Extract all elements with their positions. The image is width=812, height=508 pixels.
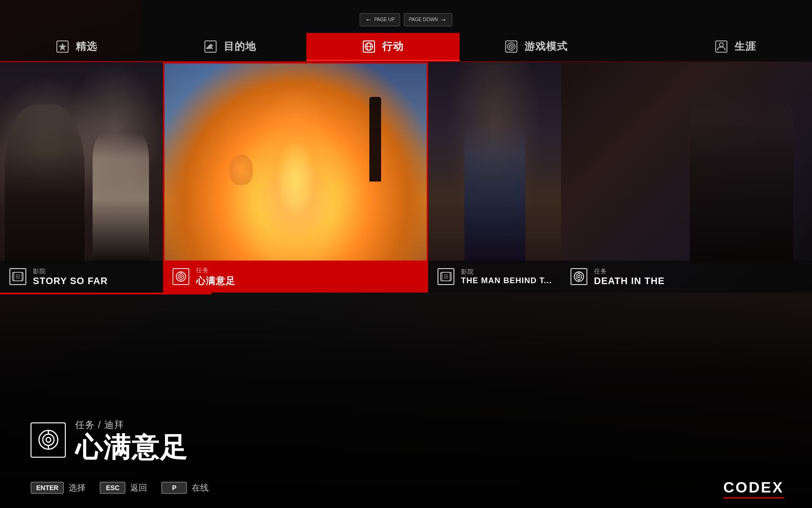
- card-2-title: 心满意足: [196, 275, 235, 287]
- bottom-controls: ENTER 选择 ESC 返回 P 在线: [31, 482, 209, 494]
- figure-silhouette-right: [93, 133, 149, 264]
- control-online: P 在线: [161, 482, 209, 494]
- svg-point-32: [578, 276, 580, 278]
- card-4-text: 任务 DEATH IN THE: [594, 267, 665, 286]
- card-4-type-icon: [570, 268, 587, 285]
- selection-indicator: [0, 293, 211, 294]
- globe-icon: [362, 40, 375, 53]
- svg-point-12: [719, 43, 723, 47]
- svg-rect-25: [441, 272, 443, 281]
- card-2-label: 任务 心满意足: [163, 261, 428, 293]
- card-4-type: 任务: [594, 267, 665, 276]
- left-arrow-icon: ←: [365, 16, 372, 24]
- nav-separator: [0, 61, 812, 62]
- page-up-label: PAGE UP: [374, 17, 395, 23]
- card-story-so-far[interactable]: 影院 STORY SO FAR: [0, 62, 163, 293]
- control-select: ENTER 选择: [31, 482, 86, 494]
- online-label: 在线: [192, 482, 209, 493]
- balloon: [229, 154, 253, 185]
- card-1-image: [0, 62, 163, 293]
- card-3-label: 影院 THE MAN BEHIND T...: [428, 261, 561, 293]
- nav-tabs: 精选 目的地 行动: [0, 0, 812, 61]
- card-3-text: 影院 THE MAN BEHIND T...: [461, 268, 552, 286]
- mission-title-large: 心满意足: [75, 434, 188, 461]
- person-icon: [715, 40, 728, 53]
- tab-featured[interactable]: 精选: [0, 33, 153, 61]
- tab-destinations-label: 目的地: [224, 40, 256, 54]
- back-label: 返回: [130, 482, 147, 493]
- card-death-in-codex[interactable]: 任务 DEATH IN THE: [561, 62, 812, 293]
- codex-label: CODEX: [723, 479, 784, 499]
- tab-actions-label: 行动: [382, 40, 404, 54]
- right-arrow-icon: →: [440, 16, 447, 24]
- card-1-type: 影院: [33, 267, 108, 276]
- card-3-image: [428, 62, 561, 293]
- codex-underline: [723, 497, 784, 499]
- svg-point-31: [576, 274, 582, 279]
- sun-glow: [249, 85, 343, 273]
- svg-rect-15: [21, 272, 23, 281]
- enter-key: ENTER: [31, 482, 64, 494]
- codex-text: CODEX: [723, 479, 784, 496]
- tab-actions[interactable]: 行动: [306, 33, 460, 61]
- card-1-label: 影院 STORY SO FAR: [0, 261, 163, 293]
- card-heart-full[interactable]: 任务 心满意足: [163, 62, 428, 293]
- svg-rect-26: [449, 272, 451, 281]
- svg-rect-14: [13, 272, 15, 281]
- mission-text-block: 任务 / 迪拜 心满意足: [75, 419, 188, 461]
- control-back: ESC 返回: [100, 482, 147, 494]
- man-silhouette: [464, 123, 525, 264]
- tab-featured-label: 精选: [76, 40, 97, 54]
- card-1-title: STORY SO FAR: [33, 276, 108, 286]
- card-4-title: DEATH IN THE: [594, 276, 665, 286]
- svg-point-10: [511, 46, 512, 47]
- select-label: 选择: [69, 482, 86, 493]
- mission-icon-large: [31, 422, 66, 458]
- card-1-text: 影院 STORY SO FAR: [33, 267, 108, 286]
- tab-career[interactable]: 生涯: [659, 33, 812, 61]
- tab-career-label: 生涯: [734, 40, 756, 54]
- svg-point-36: [43, 434, 54, 445]
- bottom-section: [0, 296, 812, 508]
- tab-game-modes[interactable]: 游戏模式: [460, 33, 613, 61]
- tab-destinations[interactable]: 目的地: [153, 33, 306, 61]
- figure-silhouette-left: [5, 104, 85, 264]
- card-2-text: 任务 心满意足: [196, 266, 235, 287]
- card-1-type-icon: [9, 268, 26, 285]
- plane-icon: [204, 40, 217, 53]
- svg-point-20: [178, 274, 184, 279]
- page-navigation: ← PAGE UP PAGE DOWN →: [359, 13, 452, 26]
- card-4-image: [561, 62, 812, 293]
- svg-marker-1: [58, 43, 67, 51]
- cards-container: 影院 STORY SO FAR: [0, 62, 812, 293]
- target-icon: [505, 40, 518, 53]
- svg-point-37: [46, 437, 51, 442]
- page-up-button[interactable]: ← PAGE UP: [359, 13, 400, 26]
- card-2-type: 任务: [196, 266, 235, 275]
- card-2-image: [163, 62, 428, 293]
- standing-figure: [369, 97, 381, 182]
- nav-bar: ← PAGE UP PAGE DOWN → 精选: [0, 0, 812, 61]
- esc-key: ESC: [100, 482, 125, 494]
- card-2-type-icon: [172, 268, 189, 285]
- card-3-type-icon: [437, 268, 454, 285]
- card-3-type: 影院: [461, 268, 552, 276]
- card-4-label: 任务 DEATH IN THE: [561, 261, 812, 293]
- card-3-title: THE MAN BEHIND T...: [461, 276, 552, 286]
- star-icon: [56, 40, 69, 53]
- card-man-behind[interactable]: 影院 THE MAN BEHIND T...: [428, 62, 561, 293]
- hitman-silhouette: [690, 86, 793, 264]
- p-key: P: [161, 482, 187, 494]
- tab-game-modes-label: 游戏模式: [524, 40, 568, 54]
- page-down-button[interactable]: PAGE DOWN →: [404, 13, 452, 26]
- svg-point-21: [180, 276, 182, 278]
- page-down-label: PAGE DOWN: [409, 17, 437, 23]
- mission-info: 任务 / 迪拜 心满意足: [31, 419, 188, 461]
- mission-subtitle: 任务 / 迪拜: [75, 419, 188, 431]
